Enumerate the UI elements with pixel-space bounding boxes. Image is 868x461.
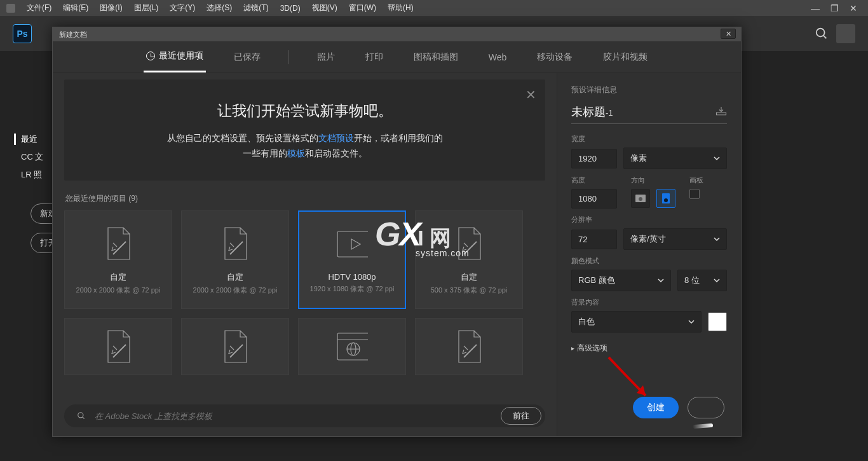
svg-line-8	[230, 345, 243, 357]
preset-card[interactable]	[298, 318, 406, 375]
tab-film[interactable]: 胶片和视频	[600, 43, 650, 72]
clock-icon	[146, 52, 155, 60]
document-icon	[453, 327, 485, 366]
recent-items-label: 您最近使用的项目 (9)	[65, 193, 545, 204]
home-sidebar: 最近 CC 文 LR 照	[14, 134, 43, 187]
colorbits-select[interactable]: 8 位	[677, 270, 727, 291]
tab-art[interactable]: 图稿和插图	[411, 43, 461, 72]
colormode-label: 颜色模式	[571, 256, 727, 266]
hero-close-icon[interactable]: ✕	[526, 87, 536, 102]
tab-saved[interactable]: 已保存	[231, 43, 263, 72]
svg-line-3	[230, 242, 243, 254]
preset-name: HDTV 1080p	[328, 272, 376, 282]
tab-recent-label: 最近使用项	[159, 50, 203, 62]
menu-filter[interactable]: 滤镜(T)	[243, 3, 268, 13]
tab-recent[interactable]: 最近使用项	[144, 41, 206, 72]
create-button[interactable]: 创建	[633, 397, 679, 418]
artboard-checkbox[interactable]	[689, 189, 700, 199]
window-minimize[interactable]: —	[806, 3, 825, 13]
document-icon	[453, 224, 485, 263]
chevron-down-icon	[658, 277, 664, 284]
dialog-title-text: 新建文档	[59, 30, 87, 39]
tab-mobile[interactable]: 移动设备	[534, 43, 575, 72]
svg-line-2	[113, 242, 126, 254]
orientation-portrait[interactable]	[656, 189, 675, 208]
menu-help[interactable]: 帮助(H)	[388, 3, 414, 13]
menu-view[interactable]: 视图(V)	[312, 3, 337, 13]
preset-grid: 自定 2000 x 2000 像素 @ 72 ppi 自定 2000 x 200…	[64, 210, 545, 375]
preset-card[interactable]: 自定 2000 x 2000 像素 @ 72 ppi	[64, 210, 172, 309]
chevron-down-icon	[688, 319, 695, 325]
preset-meta: 1920 x 1080 像素 @ 72 ppi	[310, 284, 395, 294]
preset-card[interactable]	[415, 318, 523, 375]
svg-point-0	[817, 28, 825, 36]
height-label: 高度	[571, 175, 617, 185]
preset-card[interactable]: 自定 2000 x 2000 像素 @ 72 ppi	[181, 210, 289, 309]
document-icon	[102, 327, 134, 366]
tab-separator	[288, 50, 289, 64]
hero-headline: 让我们开始尝试新事物吧。	[83, 101, 526, 121]
document-icon	[219, 224, 251, 263]
menu-type[interactable]: 文字(Y)	[170, 3, 195, 13]
background-select[interactable]: 白色	[571, 311, 702, 333]
menu-window[interactable]: 窗口(W)	[349, 3, 376, 13]
dialog-tabs: 最近使用项 已保存 照片 打印 图稿和插图 Web 移动设备 胶片和视频	[53, 41, 741, 73]
menu-select[interactable]: 选择(S)	[207, 3, 232, 13]
sidebar-item-recent[interactable]: 最近	[14, 134, 43, 145]
hero-link-presets[interactable]: 文档预设	[318, 133, 354, 143]
sidebar-item-lr[interactable]: LR 照	[14, 169, 43, 181]
save-preset-icon[interactable]	[715, 106, 727, 116]
ps-logo-icon: Ps	[13, 24, 32, 43]
hero-link-templates[interactable]: 模板	[287, 148, 305, 158]
hero-banner: ✕ 让我们开始尝试新事物吧。 从您自己的文档设置、预先设置格式的文档预设开始，或…	[64, 79, 545, 181]
svg-line-7	[113, 345, 126, 357]
svg-rect-4	[337, 231, 368, 257]
advanced-options-toggle[interactable]: ▸ 高级选项	[571, 343, 727, 354]
preset-details-pane: 预设详细信息 未标题-1 宽度 像素 高度	[557, 73, 741, 436]
tab-print[interactable]: 打印	[363, 43, 386, 72]
dialog-close-button[interactable]: ✕	[721, 29, 736, 39]
width-unit-select[interactable]: 像素	[623, 148, 727, 169]
colormode-select[interactable]: RGB 颜色	[571, 270, 671, 291]
web-icon	[336, 327, 368, 366]
preset-card-selected[interactable]: HDTV 1080p 1920 x 1080 像素 @ 72 ppi	[298, 210, 406, 309]
preset-card[interactable]	[181, 318, 289, 375]
search-icon[interactable]	[815, 27, 829, 41]
tab-photo[interactable]: 照片	[315, 43, 337, 72]
svg-line-14	[464, 345, 477, 357]
doc-title-input[interactable]: 未标题	[571, 106, 606, 118]
width-input[interactable]	[571, 149, 617, 169]
stock-search-input[interactable]	[95, 411, 492, 421]
sidebar-item-cc[interactable]: CC 文	[14, 151, 43, 163]
chevron-down-icon	[714, 155, 720, 162]
app-menubar: 文件(F) 编辑(E) 图像(I) 图层(L) 文字(Y) 选择(S) 滤镜(T…	[0, 0, 868, 16]
svg-line-1	[824, 35, 827, 38]
preset-card[interactable]	[64, 318, 172, 375]
window-controls: — ❐ ✕	[801, 0, 868, 16]
stock-go-button[interactable]: 前往	[501, 407, 541, 425]
details-heading: 预设详细信息	[571, 85, 727, 95]
preset-card[interactable]: 自定 500 x 375 像素 @ 72 ppi	[415, 210, 523, 309]
menu-3d[interactable]: 3D(D)	[280, 4, 301, 13]
resolution-input[interactable]	[571, 230, 617, 249]
menu-file[interactable]: 文件(F)	[27, 3, 51, 13]
menu-layer[interactable]: 图层(L)	[134, 3, 159, 13]
menu-edit[interactable]: 编辑(E)	[63, 3, 88, 13]
resolution-unit-select[interactable]: 像素/英寸	[623, 228, 727, 250]
window-close[interactable]: ✕	[844, 3, 863, 13]
video-icon	[336, 225, 368, 263]
preset-name: 自定	[461, 272, 477, 283]
artboard-label: 画板	[689, 175, 703, 185]
document-icon	[219, 327, 251, 366]
window-maximize[interactable]: ❐	[825, 3, 844, 13]
background-color-swatch[interactable]	[708, 312, 727, 331]
orientation-landscape[interactable]	[631, 189, 650, 208]
tab-web[interactable]: Web	[486, 43, 510, 71]
dialog-titlebar: 新建文档 ✕	[53, 27, 741, 41]
dialog-left-pane: ✕ 让我们开始尝试新事物吧。 从您自己的文档设置、预先设置格式的文档预设开始，或…	[53, 73, 557, 436]
height-input[interactable]	[571, 189, 617, 209]
svg-line-16	[83, 417, 85, 419]
close-button-partial[interactable]	[688, 397, 724, 418]
menu-image[interactable]: 图像(I)	[100, 3, 122, 13]
appbar-workspace-button[interactable]	[836, 24, 855, 43]
